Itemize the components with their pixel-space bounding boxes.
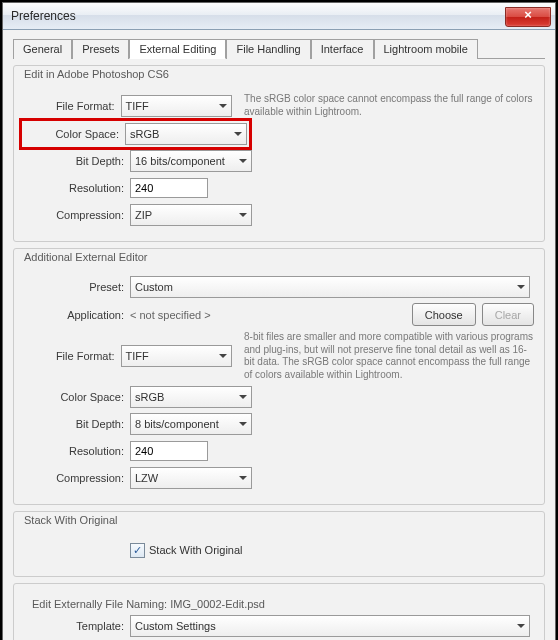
group-additional-editor: Additional External Editor Preset: Custo… (13, 248, 545, 505)
stack-original-label: Stack With Original (149, 544, 243, 556)
compression-label: Compression: (24, 209, 130, 221)
resolution-input[interactable] (130, 178, 208, 198)
template-select[interactable]: Custom Settings (130, 615, 530, 637)
close-icon[interactable]: × (505, 7, 551, 27)
group-title: Edit in Adobe Photoshop CS6 (22, 68, 171, 80)
titlebar: Preferences × (3, 3, 555, 30)
group-stack-with-original: Stack With Original ✓ Stack With Origina… (13, 511, 545, 577)
chevron-down-icon (239, 476, 247, 480)
color-space-label-2: Color Space: (24, 391, 130, 403)
resolution-label-2: Resolution: (24, 445, 130, 457)
bit-depth-select[interactable]: 16 bits/component (130, 150, 252, 172)
preset-label: Preset: (24, 281, 130, 293)
group-edit-in-photoshop: Edit in Adobe Photoshop CS6 File Format:… (13, 65, 545, 242)
compression-select[interactable]: ZIP (130, 204, 252, 226)
tab-general[interactable]: General (13, 39, 72, 59)
stack-original-checkbox[interactable]: ✓ (130, 543, 145, 558)
chevron-down-icon (239, 395, 247, 399)
window-title: Preferences (11, 9, 76, 23)
compression-label-2: Compression: (24, 472, 130, 484)
section2-hint: 8-bit files are smaller and more compati… (244, 331, 534, 381)
group-file-naming: Edit Externally File Naming: IMG_0002-Ed… (13, 583, 545, 640)
naming-example: IMG_0002-Edit.psd (170, 598, 265, 610)
chevron-down-icon (219, 104, 227, 108)
tab-interface[interactable]: Interface (311, 39, 374, 59)
choose-button[interactable]: Choose (412, 303, 476, 326)
group-title: Stack With Original (22, 514, 120, 526)
chevron-down-icon (239, 213, 247, 217)
file-format-select-2[interactable]: TIFF (121, 345, 232, 367)
tab-bar: General Presets External Editing File Ha… (13, 38, 545, 59)
chevron-down-icon (517, 624, 525, 628)
resolution-label: Resolution: (24, 182, 130, 194)
file-format-label: File Format: (24, 100, 121, 112)
tab-external-editing[interactable]: External Editing (129, 39, 226, 59)
compression-select-2[interactable]: LZW (130, 467, 252, 489)
preferences-dialog: Preferences × General Presets External E… (2, 2, 556, 640)
chevron-down-icon (234, 132, 242, 136)
dialog-body: General Presets External Editing File Ha… (3, 30, 555, 640)
group-title: Additional External Editor (22, 251, 150, 263)
application-value: < not specified > (130, 309, 412, 321)
color-space-select[interactable]: sRGB (125, 123, 247, 145)
resolution-input-2[interactable] (130, 441, 208, 461)
chevron-down-icon (219, 354, 227, 358)
tab-file-handling[interactable]: File Handling (226, 39, 310, 59)
section1-hint: The sRGB color space cannot encompass th… (244, 93, 534, 118)
chevron-down-icon (239, 159, 247, 163)
color-space-highlight: Color Space: sRGB (19, 118, 252, 150)
color-space-label: Color Space: (24, 128, 125, 140)
tab-lightroom-mobile[interactable]: Lightroom mobile (374, 39, 478, 59)
tab-presets[interactable]: Presets (72, 39, 129, 59)
chevron-down-icon (239, 422, 247, 426)
bit-depth-label: Bit Depth: (24, 155, 130, 167)
template-label: Template: (24, 620, 130, 632)
file-format-label-2: File Format: (24, 350, 121, 362)
clear-button: Clear (482, 303, 534, 326)
chevron-down-icon (517, 285, 525, 289)
application-label: Application: (24, 309, 130, 321)
naming-label: Edit Externally File Naming: (32, 598, 167, 610)
color-space-select-2[interactable]: sRGB (130, 386, 252, 408)
bit-depth-select-2[interactable]: 8 bits/component (130, 413, 252, 435)
bit-depth-label-2: Bit Depth: (24, 418, 130, 430)
preset-select[interactable]: Custom (130, 276, 530, 298)
file-format-select[interactable]: TIFF (121, 95, 232, 117)
